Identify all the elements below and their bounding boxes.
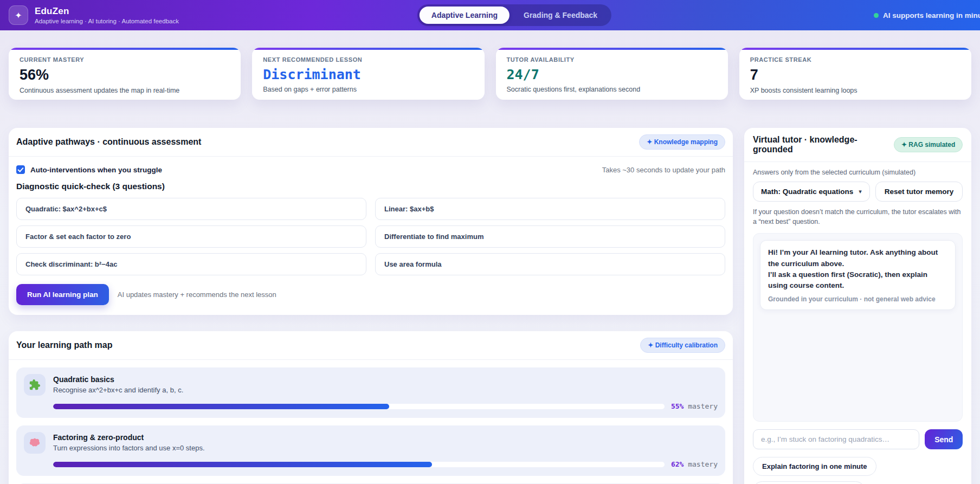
- auto-interventions-label: Auto-interventions when you struggle: [30, 166, 162, 174]
- sparkle-glyph: ✦: [15, 10, 22, 21]
- curriculum-select[interactable]: Math: Quadratic equations ▾: [753, 182, 870, 202]
- virtual-tutor-panel: Virtual tutor · knowledge-grounded ✦ RAG…: [744, 128, 971, 484]
- stat-label: PRACTICE STREAK: [750, 56, 960, 63]
- stat-value: 24/7: [507, 67, 717, 82]
- send-button[interactable]: Send: [925, 429, 963, 449]
- main-tabs: Adaptive Learning Grading & Feedback: [417, 4, 611, 26]
- stat-label: NEXT RECOMMENDED LESSON: [263, 56, 473, 63]
- stat-note: Continuous assessment updates the map in…: [20, 87, 230, 94]
- knowledge-mapping-badge: ✦ Knowledge mapping: [639, 134, 725, 150]
- path-item-quadratic-basics[interactable]: Quadratic basics Recognise ax^2+bx+c and…: [16, 367, 725, 418]
- difficulty-calibration-badge: ✦ Difficulty calibration: [640, 338, 725, 353]
- stat-value: 56%: [20, 67, 230, 83]
- tutor-title: Virtual tutor · knowledge-grounded: [753, 135, 894, 154]
- reset-tutor-memory-button[interactable]: Reset tutor memory: [875, 182, 963, 202]
- quick-prompt[interactable]: Explain factoring in one minute: [753, 457, 876, 476]
- question-option[interactable]: Differentiate to find maximum: [375, 225, 725, 248]
- brand-text: EduZen Adaptive learning · AI tutoring ·…: [35, 6, 179, 24]
- puzzle-icon: [24, 374, 46, 396]
- stat-value: Discriminant: [263, 67, 473, 82]
- learning-path-map-panel: Your learning path map ✦ Difficulty cali…: [9, 331, 733, 484]
- stat-current-mastery: CURRENT MASTERY 56% Continuous assessmen…: [9, 48, 241, 100]
- path-item-factoring[interactable]: Factoring & zero-product Turn expression…: [16, 425, 725, 476]
- path-item-desc: Recognise ax^2+bx+c and identify a, b, c…: [53, 386, 183, 394]
- message-line: I’ll ask a question first (Socratic), th…: [768, 269, 947, 292]
- stat-label: CURRENT MASTERY: [20, 56, 230, 63]
- message-footnote: Grounded in your curriculum · not genera…: [768, 295, 947, 303]
- rag-simulated-badge: ✦ RAG simulated: [894, 137, 963, 152]
- auto-interventions-checkbox[interactable]: [16, 165, 25, 174]
- chat-input[interactable]: [753, 429, 919, 449]
- mastery-label: 55% mastery: [671, 402, 718, 410]
- mastery-progressbar: [53, 404, 665, 409]
- quick-prompts: Explain factoring in one minute How do I…: [753, 457, 963, 484]
- update-hint: Takes ~30 seconds to update your path: [602, 166, 725, 174]
- stat-note: Based on gaps + error patterns: [263, 86, 473, 93]
- path-item-title: Factoring & zero-product: [53, 433, 205, 442]
- tab-adaptive-learning[interactable]: Adaptive Learning: [420, 7, 510, 24]
- question-option[interactable]: Linear: $ax+b$: [375, 198, 725, 220]
- tutor-welcome-message: Hi! I’m your AI learning tutor. Ask anyt…: [760, 240, 956, 310]
- question-option[interactable]: Check discriminant: b²−4ac: [16, 253, 366, 275]
- brain-icon: [24, 432, 46, 454]
- status-text: AI supports learning in minutes: [883, 11, 980, 20]
- run-note: AI updates mastery + recommends the next…: [118, 291, 276, 299]
- quickcheck-title: Diagnostic quick-check (3 questions): [16, 182, 725, 191]
- stat-cards: CURRENT MASTERY 56% Continuous assessmen…: [9, 48, 971, 100]
- curriculum-selected-value: Math: Quadratic equations: [761, 188, 853, 196]
- pathways-title: Adaptive pathways · continuous assessmen…: [16, 137, 201, 147]
- path-item-text: Quadratic basics Recognise ax^2+bx+c and…: [53, 374, 183, 394]
- brand: ✦ EduZen Adaptive learning · AI tutoring…: [9, 5, 179, 25]
- question-option[interactable]: Factor & set each factor to zero: [16, 225, 366, 248]
- question-option[interactable]: Quadratic: $ax^2+bx+c$: [16, 198, 366, 220]
- chat-area: Hi! I’m your AI learning tutor. Ask anyt…: [753, 233, 963, 422]
- run-ai-learning-plan-button[interactable]: Run AI learning plan: [16, 284, 109, 305]
- mastery-progressbar: [53, 462, 665, 467]
- tutor-subtitle: Answers only from the selected curriculu…: [753, 169, 963, 176]
- app-title: EduZen: [35, 6, 179, 17]
- stat-practice-streak: PRACTICE STREAK 7 XP boosts consistent l…: [739, 48, 971, 100]
- quick-prompt[interactable]: How do I choose a method?: [753, 481, 865, 484]
- stat-label: TUTOR AVAILABILITY: [507, 56, 717, 63]
- escalation-note: If your question doesn’t match the curri…: [753, 207, 963, 227]
- sparkle-icon: ✦: [9, 5, 28, 25]
- adaptive-pathways-panel: Adaptive pathways · continuous assessmen…: [9, 128, 733, 315]
- message-line: Hi! I’m your AI learning tutor. Ask anyt…: [768, 247, 947, 269]
- path-item-text: Factoring & zero-product Turn expression…: [53, 432, 205, 452]
- mastery-label: 62% mastery: [671, 460, 718, 468]
- status-indicator: AI supports learning in minutes: [874, 0, 980, 30]
- question-option[interactable]: Use area formula: [375, 253, 725, 275]
- path-map-title: Your learning path map: [16, 340, 113, 350]
- stat-note: XP boosts consistent learning loops: [750, 87, 960, 94]
- eduzen-app: ✦ EduZen Adaptive learning · AI tutoring…: [0, 0, 980, 484]
- diagnostic-questions: Quadratic: $ax^2+bx+c$ Linear: $ax+b$ Fa…: [16, 198, 725, 275]
- stat-note: Socratic questions first, explanations s…: [507, 86, 717, 93]
- stat-value: 7: [750, 67, 960, 83]
- status-dot-icon: [874, 13, 879, 18]
- path-item-title: Quadratic basics: [53, 375, 183, 384]
- app-header: ✦ EduZen Adaptive learning · AI tutoring…: [0, 0, 980, 30]
- stat-next-lesson: NEXT RECOMMENDED LESSON Discriminant Bas…: [252, 48, 484, 100]
- chevron-down-icon: ▾: [859, 188, 862, 195]
- path-item-desc: Turn expressions into factors and use x=…: [53, 444, 205, 452]
- app-subtitle: Adaptive learning · AI tutoring · Automa…: [35, 18, 179, 24]
- stat-tutor-availability: TUTOR AVAILABILITY 24/7 Socratic questio…: [496, 48, 728, 100]
- tab-grading-feedback[interactable]: Grading & Feedback: [512, 7, 609, 24]
